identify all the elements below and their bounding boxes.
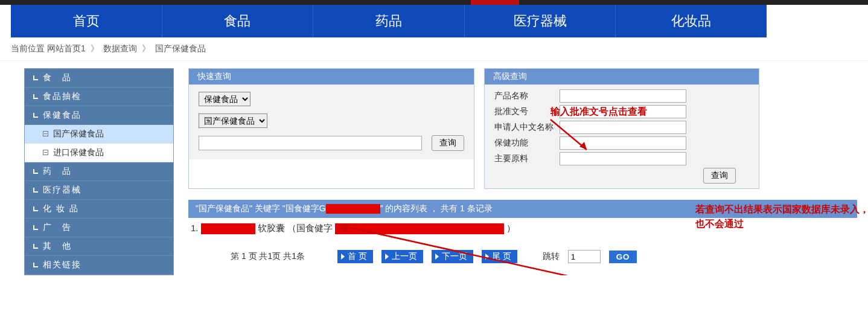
main: 快速查询 保健食品 国产保健食品 查询 高级查询 产品名称 批准文号 申请人中文… — [188, 68, 857, 275]
triangle-icon — [435, 254, 439, 260]
breadcrumb-home[interactable]: 网站首页1 — [47, 43, 86, 53]
result-end: ） — [506, 223, 515, 233]
results-header: "国产保健食品" 关键字 "国食健字G" 的内容列表 ， 共有 1 条记录 — [188, 200, 857, 218]
pager: 第 1 页 共1页 共1条 首 页 上一页 下一页 尾 页 跳转 GO — [188, 239, 857, 263]
sidebar-item-domestic-health[interactable]: 国产保健食品 — [25, 125, 173, 144]
adv-label-product: 产品名称 — [494, 91, 560, 101]
sidebar-item-label: 医疗器械 — [43, 185, 81, 194]
pager-info: 第 1 页 共1页 共1条 — [231, 251, 305, 262]
sidebar-item-label: 药 品 — [43, 166, 72, 176]
advanced-query-panel: 高级查询 产品名称 批准文号 申请人中文名称 保健功能 主要原料 查询 — [484, 68, 759, 189]
sidebar-item-import-health[interactable]: 进口保健食品 — [25, 144, 173, 162]
sidebar-item-ad[interactable]: 广 告 — [25, 219, 173, 237]
sidebar-item-food[interactable]: 食 品 — [25, 69, 173, 88]
results-header-prefix: "国产保健食品" 关键字 "国食健字G — [196, 203, 326, 213]
arrow-icon — [33, 263, 38, 267]
quick-search-button[interactable]: 查询 — [432, 135, 464, 151]
triangle-icon — [385, 254, 389, 260]
breadcrumb-sep-icon: 》 — [142, 43, 150, 53]
adv-input-approval[interactable] — [560, 105, 686, 118]
arrow-icon — [33, 94, 38, 99]
quick-category-select[interactable]: 保健食品 — [199, 92, 251, 106]
breadcrumb-query[interactable]: 数据查询 — [103, 43, 137, 53]
pager-jump-label: 跳转 — [543, 251, 560, 262]
pager-label: 上一页 — [392, 251, 417, 262]
arrow-icon — [33, 206, 38, 211]
result-index: 1. — [191, 223, 199, 233]
breadcrumb-sep-icon: 》 — [91, 43, 99, 53]
pager-label: 尾 页 — [492, 251, 511, 262]
sidebar-item-label: 相关链接 — [43, 260, 81, 269]
quick-subcategory-select[interactable]: 国产保健食品 — [199, 113, 267, 128]
redacted-text — [335, 223, 504, 234]
top-bar — [0, 0, 868, 5]
pager-label: 首 页 — [348, 251, 367, 262]
adv-label-approval: 批准文号 — [494, 106, 560, 117]
breadcrumb-current: 国产保健食品 — [155, 43, 206, 53]
sidebar-item-label: 化 妆 品 — [43, 203, 79, 213]
sidebar: 食 品 食品抽检 保健食品 国产保健食品 进口保健食品 药 品 医疗器械 化 妆… — [24, 68, 174, 275]
nav-device[interactable]: 医疗器械 — [465, 5, 616, 37]
sidebar-item-device[interactable]: 医疗器械 — [25, 181, 173, 200]
sidebar-item-label: 进口保健食品 — [53, 147, 104, 157]
sidebar-item-drug[interactable]: 药 品 — [25, 162, 173, 181]
triangle-icon — [341, 254, 345, 260]
adv-input-applicant[interactable] — [560, 121, 686, 134]
arrow-icon — [33, 113, 38, 118]
nav-home[interactable]: 首页 — [11, 5, 162, 37]
main-nav: 首页 食品 药品 医疗器械 化妆品 — [11, 5, 767, 37]
results: "国产保健食品" 关键字 "国食健字G" 的内容列表 ， 共有 1 条记录 1.… — [188, 200, 857, 263]
sidebar-item-links[interactable]: 相关链接 — [25, 256, 173, 275]
triangle-icon — [485, 254, 489, 260]
breadcrumb: 当前位置 网站首页1 》 数据查询 》 国产保健食品 — [0, 37, 868, 61]
breadcrumb-label: 当前位置 — [11, 43, 45, 53]
quick-query-title: 快速查询 — [189, 69, 474, 85]
arrow-icon — [33, 75, 38, 80]
redacted-text — [326, 204, 380, 214]
content: 食 品 食品抽检 保健食品 国产保健食品 进口保健食品 药 品 医疗器械 化 妆… — [0, 61, 868, 275]
adv-label-function: 保健功能 — [494, 138, 560, 149]
pager-last-button[interactable]: 尾 页 — [482, 250, 517, 263]
sidebar-item-food-check[interactable]: 食品抽检 — [25, 88, 173, 106]
arrow-icon — [33, 188, 38, 193]
pager-label: 下一页 — [442, 251, 467, 262]
panels: 快速查询 保健食品 国产保健食品 查询 高级查询 产品名称 批准文号 申请人中文… — [188, 68, 857, 189]
nav-food[interactable]: 食品 — [162, 5, 314, 37]
sidebar-item-label: 其 他 — [43, 241, 72, 251]
sidebar-item-label: 广 告 — [43, 222, 72, 232]
arrow-icon — [33, 244, 38, 249]
adv-label-applicant: 申请人中文名称 — [494, 122, 560, 133]
adv-input-material[interactable] — [560, 152, 686, 165]
pager-jump-input[interactable] — [568, 250, 601, 263]
adv-label-material: 主要原料 — [494, 153, 560, 164]
sidebar-item-label: 食 品 — [43, 72, 72, 82]
sidebar-item-other[interactable]: 其 他 — [25, 237, 173, 256]
pager-go-button[interactable]: GO — [609, 251, 637, 263]
pager-prev-button[interactable]: 上一页 — [381, 250, 423, 263]
sidebar-item-health-food[interactable]: 保健食品 — [25, 106, 173, 125]
quick-query-panel: 快速查询 保健食品 国产保健食品 查询 — [188, 68, 474, 189]
pager-next-button[interactable]: 下一页 — [432, 250, 473, 263]
adv-input-product[interactable] — [560, 89, 686, 103]
box-icon — [43, 131, 48, 136]
arrow-icon — [33, 169, 38, 174]
result-item[interactable]: 1. 软胶囊 （国食健字 ） — [188, 218, 857, 239]
sidebar-item-label: 食品抽检 — [43, 91, 81, 101]
sidebar-item-label: 国产保健食品 — [53, 129, 104, 138]
redacted-text — [201, 223, 255, 234]
pager-first-button[interactable]: 首 页 — [337, 250, 373, 263]
results-header-suffix: " 的内容列表 ， 共有 1 条记录 — [380, 203, 493, 213]
adv-input-function[interactable] — [560, 136, 686, 150]
advanced-query-title: 高级查询 — [485, 69, 759, 85]
nav-drug[interactable]: 药品 — [313, 5, 465, 37]
result-text: 软胶囊 （国食健字 — [258, 223, 333, 233]
advanced-search-button[interactable]: 查询 — [703, 168, 736, 184]
sidebar-item-cosmetic[interactable]: 化 妆 品 — [25, 200, 173, 219]
nav-cosmetic[interactable]: 化妆品 — [616, 5, 767, 37]
sidebar-item-label: 保健食品 — [43, 110, 81, 120]
box-icon — [43, 150, 48, 155]
arrow-icon — [33, 225, 38, 230]
quick-keyword-input[interactable] — [199, 136, 422, 150]
